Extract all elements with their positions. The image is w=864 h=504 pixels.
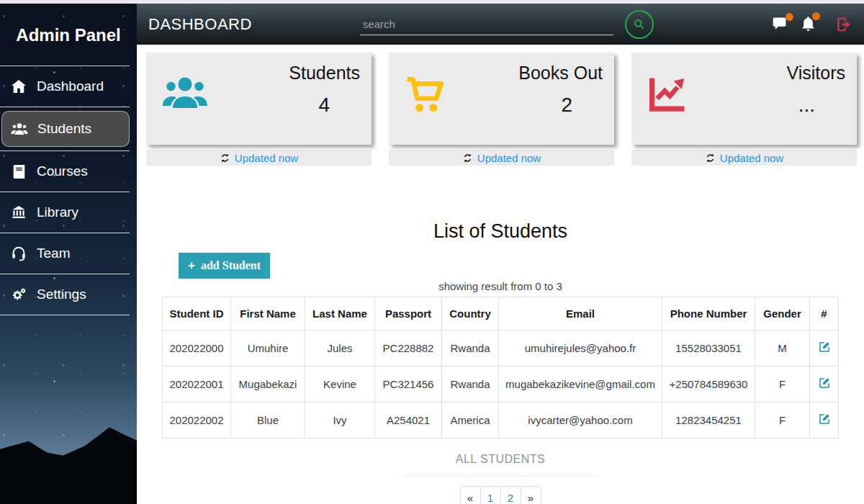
app: Admin Panel Dashboard Students [0, 4, 864, 504]
sidebar-item-settings[interactable]: Settings [0, 274, 137, 315]
navbar-icon-group [772, 16, 852, 32]
students-table: Student IDFirst NameLast NamePassportCou… [162, 297, 839, 438]
add-student-button[interactable]: + add Student [179, 253, 270, 279]
notification-dot [812, 12, 820, 20]
pagination-page-1[interactable]: 1 [480, 486, 501, 504]
showing-result-text: showing result from 0 to 3 [137, 280, 864, 292]
bank-icon [10, 205, 27, 220]
sidebar-item-courses[interactable]: Courses [0, 151, 137, 192]
gears-icon [10, 287, 27, 302]
notification-dot [786, 13, 793, 21]
divider [0, 315, 130, 315]
search-input[interactable] [360, 14, 613, 35]
edit-cell[interactable] [810, 366, 839, 402]
refresh-icon [462, 153, 473, 163]
table-cell: F [755, 402, 810, 438]
sidebar-item-label: Students [37, 121, 91, 137]
book-icon [10, 164, 27, 179]
pagination-next[interactable]: » [521, 486, 541, 504]
table-row: 202022002BlueIvyA254021Americaivycarter@… [163, 402, 839, 438]
table-row: 202022001MugabekaziKevinePC321456Rwandam… [163, 366, 839, 402]
stat-card-visitors: Visitors ... Updated now [631, 53, 857, 166]
column-header: Phone Number [662, 297, 755, 330]
edit-icon[interactable] [818, 413, 831, 426]
all-students-label: ALL STUDENTS [137, 453, 864, 466]
card-body: Books Out 2 [389, 53, 614, 145]
card-footer-updated[interactable]: Updated now [631, 150, 857, 166]
search-icon [632, 17, 647, 32]
updated-now-label: Updated now [720, 152, 783, 164]
table-header-row: Student IDFirst NameLast NamePassportCou… [163, 297, 839, 330]
sidebar: Admin Panel Dashboard Students [0, 4, 137, 504]
table-cell: Rwanda [442, 330, 499, 366]
app-title: Admin Panel [0, 4, 137, 66]
users-icon [162, 76, 208, 114]
divider [402, 476, 598, 477]
bell-icon[interactable] [801, 16, 816, 32]
stat-card-books-out: Books Out 2 Updated now [389, 53, 614, 166]
table-cell: Blue [231, 402, 305, 438]
refresh-icon [705, 153, 716, 163]
table-cell: PC321456 [375, 366, 442, 402]
card-footer-updated[interactable]: Updated now [146, 150, 372, 166]
table-cell: +250784589630 [662, 366, 755, 402]
chart-icon [647, 76, 689, 116]
card-body: Visitors ... [631, 53, 857, 145]
column-header: # [810, 297, 839, 330]
users-icon [11, 122, 28, 136]
stat-cards-row: Students 4 Updated now Books Out 2 [137, 45, 864, 166]
table-cell: Kevine [305, 366, 375, 402]
updated-now-label: Updated now [477, 152, 541, 164]
card-footer-updated[interactable]: Updated now [389, 150, 614, 166]
sidebar-item-team[interactable]: Team [0, 233, 137, 274]
edit-icon[interactable] [818, 377, 831, 390]
column-header: Student ID [163, 297, 231, 330]
sidebar-item-label: Library [37, 204, 78, 220]
sidebar-item-label: Dashboard [37, 78, 104, 94]
chat-icon[interactable] [772, 17, 789, 32]
column-header: Passport [375, 297, 442, 330]
table-cell: Mugabekazi [231, 366, 305, 402]
table-cell: Jules [305, 330, 375, 366]
table-cell: 202022000 [163, 330, 231, 366]
edit-cell[interactable] [810, 330, 839, 366]
stat-card-students: Students 4 Updated now [146, 53, 372, 166]
main-content: DASHBOARD [137, 4, 864, 504]
edit-icon[interactable] [818, 341, 831, 354]
cart-icon [405, 76, 446, 117]
sidebar-item-dashboard[interactable]: Dashboard [0, 66, 137, 107]
page-title: DASHBOARD [148, 15, 252, 34]
home-icon [10, 79, 27, 94]
column-header: Email [499, 297, 662, 330]
updated-now-label: Updated now [235, 152, 298, 164]
pagination: « 1 2 » [137, 486, 864, 504]
column-header: Gender [755, 297, 810, 330]
table-cell: A254021 [375, 402, 442, 438]
table-cell: umuhirejules@yahoo.fr [499, 330, 662, 366]
column-header: Country [442, 297, 499, 330]
sidebar-item-label: Settings [37, 287, 86, 302]
sidebar-item-library[interactable]: Library [0, 192, 137, 233]
sidebar-item-students[interactable]: Students [1, 111, 130, 147]
column-header: First Name [231, 297, 305, 330]
table-cell: M [755, 330, 810, 366]
column-header: Last Name [305, 297, 375, 330]
table-cell: ivycarter@yahoo.com [499, 402, 662, 438]
search-button[interactable] [625, 10, 654, 39]
divider [0, 107, 130, 107]
section-heading: List of Students [137, 220, 864, 243]
table-cell: America [442, 402, 499, 438]
table-cell: 12823454251 [662, 402, 755, 438]
table-cell: Ivy [305, 402, 375, 438]
table-cell: Rwanda [442, 366, 499, 402]
table-cell: 202022001 [163, 366, 231, 402]
sidebar-item-label: Team [37, 246, 70, 261]
pagination-prev[interactable]: « [460, 486, 481, 504]
sidebar-item-label: Courses [37, 163, 88, 179]
pagination-page-2[interactable]: 2 [500, 486, 521, 504]
plus-icon: + [188, 258, 195, 273]
card-body: Students 4 [146, 53, 372, 145]
table-row: 202022000UmuhireJulesPC228882Rwandaumuhi… [163, 330, 839, 366]
logout-icon[interactable] [836, 17, 852, 32]
edit-cell[interactable] [810, 402, 839, 438]
